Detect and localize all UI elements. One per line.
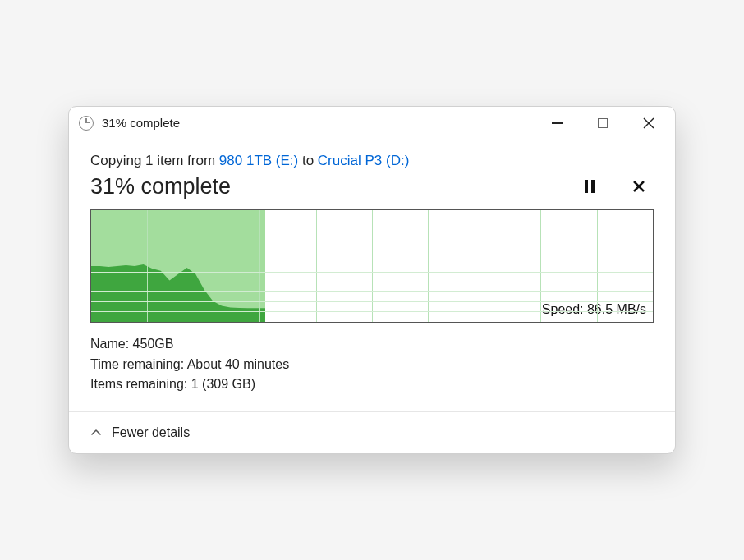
window-title: 31% complete	[102, 116, 545, 130]
copy-dialog: 31% complete Copying 1 item from 980 1TB…	[68, 106, 676, 454]
name-label: Name:	[90, 337, 133, 351]
source-link[interactable]: 980 1TB (E:)	[219, 153, 298, 168]
detail-items-remaining: Items remaining: 1 (309 GB)	[90, 374, 654, 395]
titlebar: 31% complete	[69, 107, 675, 140]
svg-marker-4	[91, 264, 265, 322]
details-block: Name: 450GB Time remaining: About 40 min…	[90, 334, 654, 395]
copy-prefix: Copying 1 item from	[90, 153, 219, 168]
action-buttons	[580, 177, 654, 196]
close-button[interactable]	[637, 112, 660, 135]
speed-label-text: Speed:	[542, 302, 587, 316]
details-toggle-label: Fewer details	[112, 425, 190, 440]
items-label: Items remaining:	[90, 377, 191, 391]
speed-chart: Speed: 86.5 MB/s	[90, 209, 654, 323]
copy-middle: to	[298, 153, 318, 168]
clock-icon	[79, 116, 94, 131]
dialog-body: Copying 1 item from 980 1TB (E:) to Cruc…	[69, 140, 675, 411]
close-icon	[643, 117, 654, 129]
speed-label: Speed: 86.5 MB/s	[542, 302, 646, 317]
progress-row: 31% complete	[90, 174, 654, 200]
maximize-button[interactable]	[591, 112, 614, 135]
details-toggle[interactable]: Fewer details	[69, 411, 675, 453]
chevron-up-icon	[90, 427, 102, 438]
name-value: 450GB	[133, 337, 174, 351]
minimize-icon	[552, 122, 563, 124]
maximize-icon	[598, 118, 608, 128]
detail-time-remaining: Time remaining: About 40 minutes	[90, 355, 654, 375]
pause-button[interactable]	[580, 177, 599, 196]
window-controls	[545, 112, 665, 135]
cancel-icon	[632, 180, 645, 193]
detail-name: Name: 450GB	[90, 334, 654, 355]
pause-icon	[585, 180, 595, 193]
cancel-button[interactable]	[629, 177, 649, 196]
destination-link[interactable]: Crucial P3 (D:)	[318, 153, 409, 168]
minimize-button[interactable]	[545, 112, 568, 135]
time-label: Time remaining:	[90, 357, 187, 371]
progress-text: 31% complete	[90, 174, 231, 200]
copy-description: Copying 1 item from 980 1TB (E:) to Cruc…	[90, 153, 654, 169]
time-value: About 40 minutes	[187, 357, 290, 371]
items-value: 1 (309 GB)	[191, 377, 255, 391]
speed-series	[91, 210, 265, 322]
